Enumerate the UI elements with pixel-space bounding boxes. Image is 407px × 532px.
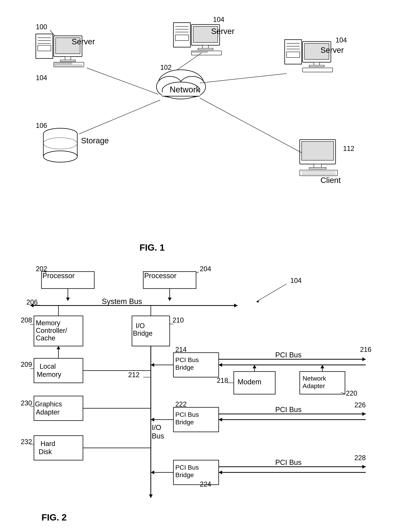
client-label: Client — [321, 176, 341, 185]
svg-line-71 — [200, 98, 302, 153]
svg-text:209: 209 — [21, 361, 32, 368]
svg-marker-141 — [219, 363, 222, 367]
svg-text:Bridge: Bridge — [175, 419, 194, 426]
svg-text:PCI Bus: PCI Bus — [175, 411, 199, 418]
svg-marker-164 — [362, 412, 366, 416]
fig1-svg: 100 Server 104 Network 102 — [11, 11, 396, 253]
svg-text:I/O: I/O — [152, 424, 161, 431]
svg-text:220: 220 — [346, 389, 357, 397]
svg-text:PCI Bus: PCI Bus — [175, 356, 199, 363]
svg-text:222: 222 — [175, 400, 187, 408]
svg-text:Memory: Memory — [37, 371, 61, 378]
svg-rect-8 — [60, 60, 75, 62]
svg-marker-177 — [362, 465, 366, 469]
svg-marker-89 — [234, 304, 237, 307]
svg-text:I/O: I/O — [136, 322, 145, 330]
ref100-label: 100 — [36, 23, 47, 31]
svg-rect-34 — [198, 48, 213, 50]
svg-text:Processor: Processor — [42, 272, 75, 280]
svg-text:Bridge: Bridge — [175, 364, 194, 371]
svg-text:Network: Network — [303, 375, 326, 382]
svg-marker-162 — [151, 418, 154, 421]
svg-text:Controller/: Controller/ — [36, 327, 67, 334]
svg-text:232: 232 — [21, 438, 32, 446]
svg-text:208: 208 — [21, 316, 32, 324]
svg-rect-57 — [300, 170, 337, 176]
ref112-label: 112 — [343, 145, 354, 152]
svg-rect-35 — [191, 51, 221, 55]
svg-line-69 — [177, 53, 202, 70]
ref104-left-label: 104 — [36, 74, 47, 82]
svg-text:Disk: Disk — [39, 448, 52, 456]
fig1-container: 100 Server 104 Network 102 — [11, 11, 396, 256]
svg-text:210: 210 — [172, 316, 184, 324]
svg-line-82 — [196, 272, 199, 273]
svg-text:226: 226 — [354, 401, 366, 409]
svg-marker-86 — [168, 298, 172, 301]
svg-marker-84 — [66, 298, 70, 301]
svg-marker-137 — [151, 363, 154, 367]
svg-text:PCI Bus: PCI Bus — [275, 351, 301, 359]
svg-rect-56 — [309, 167, 326, 169]
svg-point-65 — [43, 151, 77, 162]
svg-text:FIG. 2: FIG. 2 — [41, 512, 67, 522]
svg-text:PCI Bus: PCI Bus — [275, 406, 301, 413]
fig2-svg: 104 Processor 202 Processor 204 — [11, 260, 396, 530]
svg-rect-52 — [303, 68, 333, 72]
svg-line-67 — [87, 68, 158, 94]
svg-text:System Bus: System Bus — [102, 297, 142, 306]
fig1-label: FIG. 1 — [140, 242, 164, 253]
svg-marker-156 — [321, 365, 324, 368]
svg-marker-175 — [151, 470, 154, 474]
svg-text:104: 104 — [290, 277, 302, 284]
svg-text:216: 216 — [360, 346, 371, 353]
svg-text:Modem: Modem — [237, 378, 261, 386]
svg-rect-51 — [309, 65, 324, 67]
server-right-top-label: Server — [321, 46, 344, 55]
svg-text:230: 230 — [21, 399, 32, 407]
svg-text:212: 212 — [128, 371, 140, 379]
svg-text:Adapter: Adapter — [303, 382, 325, 389]
svg-text:Bus: Bus — [152, 432, 164, 440]
svg-text:218: 218 — [217, 377, 228, 384]
svg-text:PCI Bus: PCI Bus — [175, 464, 199, 471]
page: 100 Server 104 Network 102 — [0, 0, 407, 532]
svg-marker-112 — [56, 346, 60, 349]
server-top-label: Server — [211, 27, 235, 36]
svg-line-68 — [79, 100, 160, 134]
ref104-right-top-label: 104 — [336, 36, 347, 44]
storage-label: Storage — [81, 136, 109, 145]
svg-text:228: 228 — [354, 454, 366, 462]
svg-text:Adapter: Adapter — [36, 408, 60, 416]
svg-text:Memory: Memory — [36, 319, 60, 327]
svg-text:206: 206 — [26, 298, 38, 306]
ref106-label: 106 — [36, 122, 47, 129]
network-label: Network — [170, 85, 200, 94]
svg-text:Bridge: Bridge — [175, 471, 194, 478]
svg-text:Bridge: Bridge — [133, 329, 153, 337]
svg-line-70 — [200, 73, 287, 83]
svg-line-73 — [256, 284, 287, 302]
ref104-top-label: 104 — [213, 16, 224, 23]
ref102-label: 102 — [160, 64, 172, 71]
svg-marker-166 — [219, 418, 222, 421]
svg-text:PCI Bus: PCI Bus — [275, 459, 301, 466]
server-left-label: Server — [72, 37, 95, 46]
svg-marker-179 — [219, 470, 222, 474]
svg-text:Hard: Hard — [40, 440, 55, 447]
svg-text:Local: Local — [39, 362, 56, 370]
fig2-container: 104 Processor 202 Processor 204 — [11, 260, 396, 532]
svg-text:Cache: Cache — [36, 334, 55, 342]
svg-marker-139 — [362, 357, 366, 361]
svg-text:214: 214 — [175, 346, 187, 353]
svg-text:202: 202 — [36, 265, 47, 273]
svg-marker-74 — [256, 300, 259, 303]
svg-marker-149 — [253, 365, 256, 368]
svg-marker-124 — [149, 494, 153, 498]
svg-rect-54 — [302, 142, 334, 160]
svg-text:Processor: Processor — [144, 272, 176, 280]
svg-text:Graphics: Graphics — [35, 400, 62, 408]
svg-text:224: 224 — [200, 480, 211, 488]
svg-text:204: 204 — [200, 265, 211, 273]
